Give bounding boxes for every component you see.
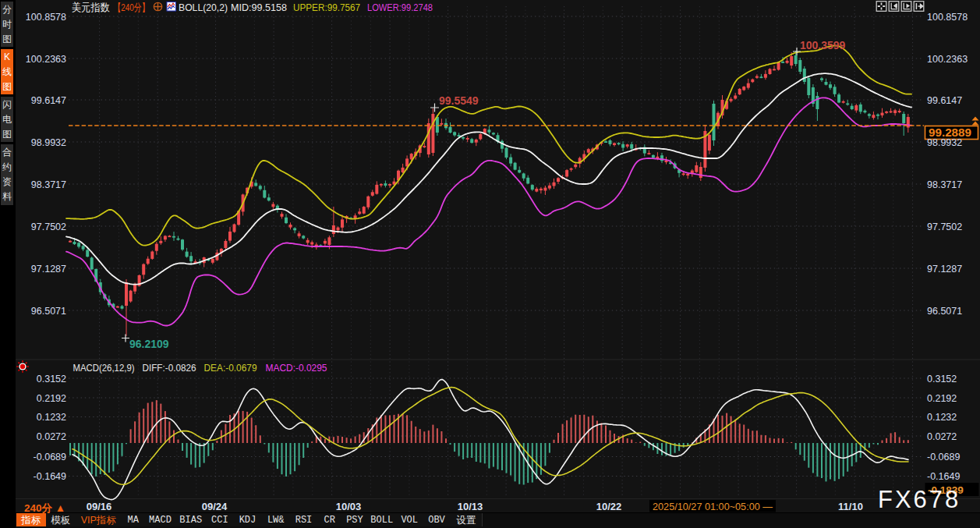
svg-text:0.3152: 0.3152: [927, 374, 957, 384]
svg-text:240分 ▲: 240分 ▲: [24, 502, 65, 514]
svg-text:99.6147: 99.6147: [31, 95, 66, 106]
svg-text:100.2363: 100.2363: [26, 54, 66, 65]
svg-text:MID:99.5158: MID:99.5158: [231, 2, 287, 13]
svg-text:0.2192: 0.2192: [927, 393, 957, 404]
svg-text:11/10: 11/10: [838, 501, 863, 512]
svg-text:0.2192: 0.2192: [37, 393, 66, 404]
svg-text:MACD:-0.0295: MACD:-0.0295: [266, 362, 327, 374]
svg-text:-0.1649: -0.1649: [927, 471, 960, 482]
svg-text:【240分】: 【240分】: [114, 2, 150, 13]
svg-text:MACD(26,12,9): MACD(26,12,9): [73, 362, 135, 374]
svg-text:2025/10/27 01:00~05:00 —: 2025/10/27 01:00~05:00 —: [653, 501, 773, 512]
svg-text:98.3717: 98.3717: [927, 179, 962, 190]
svg-text:BOLL(20,2): BOLL(20,2): [179, 2, 228, 13]
svg-text:09/24: 09/24: [202, 501, 228, 512]
svg-text:100.3599: 100.3599: [800, 39, 846, 51]
svg-text:98.9932: 98.9932: [927, 137, 962, 148]
svg-text:LOWER:99.2748: LOWER:99.2748: [367, 2, 433, 13]
svg-text:-0.1649: -0.1649: [34, 471, 66, 482]
svg-text:-0.0689: -0.0689: [927, 452, 960, 462]
svg-text:99.5549: 99.5549: [439, 94, 479, 107]
svg-text:100.8578: 100.8578: [927, 12, 968, 23]
svg-text:97.7502: 97.7502: [31, 221, 66, 232]
svg-text:10/22: 10/22: [596, 501, 622, 512]
svg-text:97.1287: 97.1287: [927, 264, 962, 275]
svg-text:-0.0689: -0.0689: [34, 452, 66, 462]
svg-text:99.6147: 99.6147: [927, 95, 962, 106]
svg-text:97.7502: 97.7502: [927, 221, 962, 232]
svg-text:96.5071: 96.5071: [31, 306, 66, 317]
svg-text:97.1287: 97.1287: [31, 264, 66, 275]
svg-text:10/03: 10/03: [336, 501, 362, 512]
svg-text:100.2363: 100.2363: [927, 54, 968, 65]
svg-text:0.1232: 0.1232: [927, 412, 957, 423]
svg-text:98.9932: 98.9932: [31, 137, 66, 148]
svg-text:FX678: FX678: [878, 486, 961, 513]
svg-text:100.8578: 100.8578: [26, 12, 66, 23]
svg-text:0.0272: 0.0272: [927, 431, 957, 442]
svg-text:96.2109: 96.2109: [129, 338, 169, 350]
svg-text:DIFF:-0.0826: DIFF:-0.0826: [143, 362, 196, 374]
svg-text:09/16: 09/16: [87, 501, 112, 512]
svg-text:0.1232: 0.1232: [37, 412, 66, 423]
svg-text:96.5071: 96.5071: [927, 306, 962, 317]
svg-text:98.3717: 98.3717: [31, 179, 66, 190]
svg-text:0.0272: 0.0272: [37, 431, 66, 442]
svg-text:UPPER:99.7567: UPPER:99.7567: [293, 2, 360, 13]
svg-text:0.3152: 0.3152: [37, 374, 66, 384]
svg-text:DEA:-0.0679: DEA:-0.0679: [204, 362, 257, 374]
svg-text:美元指数: 美元指数: [72, 2, 110, 13]
svg-text:10/13: 10/13: [458, 501, 483, 512]
